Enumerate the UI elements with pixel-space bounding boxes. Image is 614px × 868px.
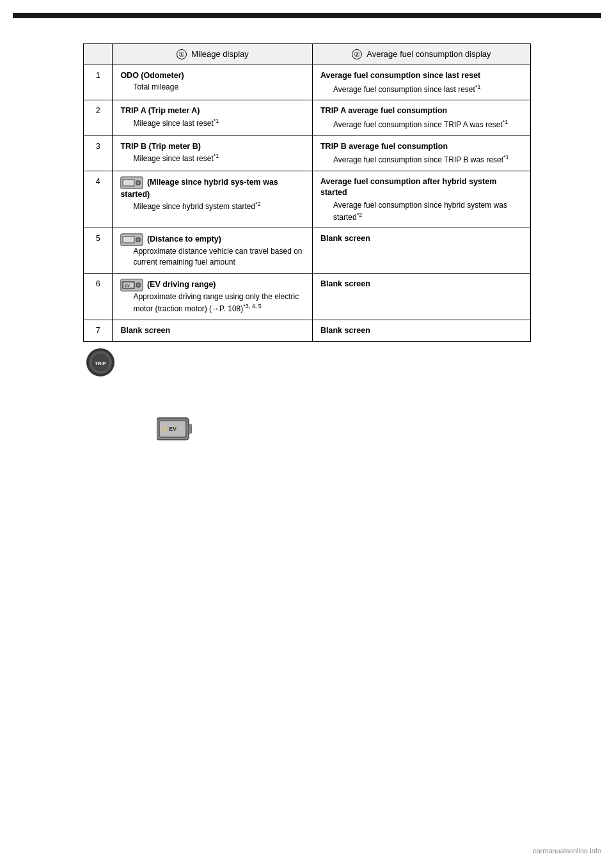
row-num-5: 5 xyxy=(84,228,113,274)
row1-mileage-title: ODO (Odometer) xyxy=(120,70,304,82)
circle-2: ② xyxy=(352,49,362,59)
svg-rect-20 xyxy=(189,424,192,433)
svg-text:⚡: ⚡ xyxy=(162,426,168,432)
top-border xyxy=(13,13,601,18)
row-num-3: 3 xyxy=(84,136,113,171)
row1-fuel-title: Average fuel consumption since last rese… xyxy=(320,70,523,82)
table-row: 7 Blank screen Blank screen xyxy=(84,320,531,342)
row5-fuel: Blank screen xyxy=(312,228,530,274)
svg-text:TRIP: TRIP xyxy=(95,360,107,366)
col1-label: Mileage display xyxy=(191,49,249,59)
watermark: carmanualsonline.info xyxy=(533,846,601,855)
row6-mileage-sub: Approximate driving range using only the… xyxy=(120,291,304,314)
row5-mileage-sub: Approximate distance vehicle can travel … xyxy=(120,246,304,268)
header-fuel: ② Average fuel consumption display xyxy=(312,44,530,65)
row4-fuel-title: Average fuel consumption after hybrid sy… xyxy=(320,176,523,199)
watermark-text: carmanualsonline.info xyxy=(533,847,601,855)
row6-mileage: EV (EV driving range) Approximate drivin… xyxy=(113,274,313,320)
row-num-6: 6 xyxy=(84,274,113,320)
header-mileage: ① Mileage display xyxy=(113,44,313,65)
row6-mileage-sup: *3, 4, 5 xyxy=(243,303,262,309)
svg-text:EV: EV xyxy=(125,284,130,288)
row3-mileage-sup: *1 xyxy=(214,153,219,159)
row3-fuel-sub: Average fuel consumption since TRIP B wa… xyxy=(320,153,523,166)
row2-mileage-sub: Mileage since last reset*1 xyxy=(120,117,304,129)
row1-fuel-sub: Average fuel consumption since last rese… xyxy=(320,83,523,95)
row4-mileage-sub: Mileage since hybrid system started*2 xyxy=(120,200,304,212)
table-row: 4 ( xyxy=(84,171,531,228)
svg-text:EV: EV xyxy=(169,426,177,432)
row1-mileage-sub: Total mileage xyxy=(120,82,304,93)
row4-fuel: Average fuel consumption after hybrid sy… xyxy=(312,171,530,228)
circle-1: ① xyxy=(177,49,187,59)
distance-icon xyxy=(120,233,143,246)
row5-mileage-title: (Distance to empty) xyxy=(147,235,221,244)
row3-fuel-title: TRIP B average fuel consumption xyxy=(320,141,523,153)
table-row: 5 ( xyxy=(84,228,531,274)
row2-mileage-title: TRIP A (Trip meter A) xyxy=(120,105,304,117)
row-num-4: 4 xyxy=(84,171,113,228)
row6-mileage-icon-line: EV (EV driving range) xyxy=(120,279,304,291)
row2-fuel-sub: Average fuel consumption since TRIP A wa… xyxy=(320,118,523,130)
row7-fuel: Blank screen xyxy=(312,320,530,342)
row4-fuel-sup: *2 xyxy=(357,212,363,218)
row2-fuel: TRIP A average fuel consumption Average … xyxy=(312,100,530,136)
row5-mileage: (Distance to empty) Approximate distance… xyxy=(113,228,313,274)
header-empty xyxy=(84,44,113,65)
svg-point-15 xyxy=(137,284,139,286)
main-table-wrapper: ① Mileage display ② Average fuel consump… xyxy=(83,43,531,377)
table-row: 2 TRIP A (Trip meter A) Mileage since la… xyxy=(84,100,531,136)
row4-fuel-sub: Average fuel consumption since hybrid sy… xyxy=(320,200,523,223)
row1-fuel-sup: *1 xyxy=(475,84,481,90)
row6-mileage-title: (EV driving range) xyxy=(147,280,216,289)
row6-fuel: Blank screen xyxy=(312,274,530,320)
page-container: ① Mileage display ② Average fuel consump… xyxy=(0,0,614,868)
row-num-1: 1 xyxy=(84,65,113,100)
ev-icon-display: EV ⚡ xyxy=(157,415,601,444)
row7-mileage-title: Blank screen xyxy=(120,325,304,337)
hybrid-mileage-icon xyxy=(120,176,143,189)
row2-fuel-title: TRIP A average fuel consumption xyxy=(320,105,523,117)
row-num-7: 7 xyxy=(84,320,113,342)
table-row: 6 EV xyxy=(84,274,531,320)
row3-mileage: TRIP B (Trip meter B) Mileage since last… xyxy=(113,136,313,171)
svg-point-9 xyxy=(137,238,139,241)
svg-point-4 xyxy=(137,182,139,184)
col2-label: Average fuel consumption display xyxy=(366,49,491,59)
row2-mileage: TRIP A (Trip meter A) Mileage since last… xyxy=(113,100,313,136)
row2-mileage-sup: *1 xyxy=(214,118,219,124)
row3-fuel: TRIP B average fuel consumption Average … xyxy=(312,136,530,171)
row3-fuel-sup: *1 xyxy=(503,154,509,160)
row-num-2: 2 xyxy=(84,100,113,136)
svg-rect-2 xyxy=(123,180,134,185)
ev-range-icon: EV xyxy=(120,279,143,291)
row4-mileage-sup: *2 xyxy=(255,201,261,207)
row7-mileage: Blank screen xyxy=(113,320,313,342)
row1-mileage: ODO (Odometer) Total mileage xyxy=(113,65,313,100)
row7-fuel-title: Blank screen xyxy=(320,325,523,337)
row3-mileage-title: TRIP B (Trip meter B) xyxy=(120,141,304,153)
row4-mileage: (Mileage since hybrid sys-tem was starte… xyxy=(113,171,313,228)
row1-fuel: Average fuel consumption since last rese… xyxy=(312,65,530,100)
row5-mileage-icon-line: (Distance to empty) xyxy=(120,233,304,246)
trip-button-icon: TRIP xyxy=(86,348,114,376)
table-row: 3 TRIP B (Trip meter B) Mileage since la… xyxy=(84,136,531,171)
table-row: 1 ODO (Odometer) Total mileage Average f… xyxy=(84,65,531,100)
ev-icon-area: EV ⚡ xyxy=(157,415,601,444)
row4-mileage-icon-line: (Mileage since hybrid sys-tem was starte… xyxy=(120,176,304,201)
row2-fuel-sup: *1 xyxy=(503,119,508,125)
row5-fuel-title: Blank screen xyxy=(320,233,523,245)
row3-mileage-sub: Mileage since last reset*1 xyxy=(120,152,304,164)
main-table: ① Mileage display ② Average fuel consump… xyxy=(83,43,531,342)
svg-rect-7 xyxy=(123,237,134,242)
row6-fuel-title: Blank screen xyxy=(320,279,523,290)
row4-mileage-title: (Mileage since hybrid sys-tem was starte… xyxy=(120,178,278,199)
trip-icon-area: TRIP xyxy=(86,348,531,377)
